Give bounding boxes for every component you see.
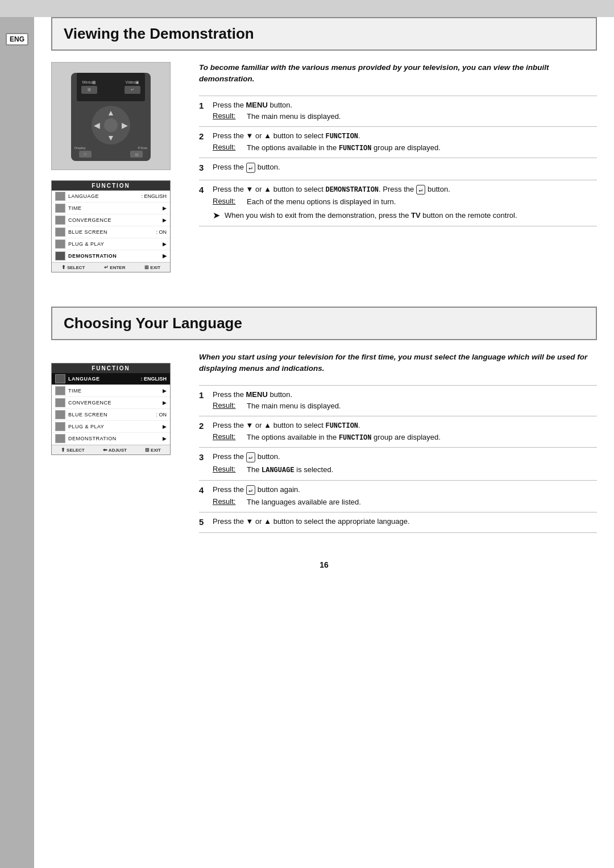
remote-bottom-labels: Display P.Size — [71, 146, 151, 150]
section2-heading: Choosing Your Language — [64, 315, 584, 332]
remote-bottom-btns: □ ⊡ — [71, 151, 151, 158]
s2-menu-row-time: TIME ▶ — [52, 385, 170, 397]
menu-title: FUNCTION — [52, 181, 170, 191]
menu-icon-demo — [55, 251, 65, 261]
main-content: Viewing the Demonstration Menu▦ ⊞ — [34, 17, 614, 580]
s2-step1-main: Press the MENU button. — [213, 390, 597, 399]
note-arrow-icon: ➤ — [213, 210, 220, 221]
s2-menu-label-plugplay: PLUG & PLAY — [68, 424, 163, 429]
s2-step3-result-label: Result: — [213, 465, 240, 473]
footer-exit: ⊞ EXIT — [144, 264, 160, 270]
s2-step2-row: 2 Press the ▼ or ▲ button to select FUNC… — [199, 416, 597, 448]
footer-exit-icon: ⊞ — [144, 264, 149, 270]
s2-menu-icon-language — [55, 374, 65, 383]
menu-icon-language — [55, 192, 65, 201]
remote-control-image: Menu▦ ⊞ Video▣ ↵ — [51, 62, 171, 170]
dpad-up-arrow: ▲ — [107, 108, 115, 117]
menu-arrow-plugplay: ▶ — [163, 241, 167, 247]
s2-menu-arrow-plugplay: ▶ — [163, 424, 167, 429]
s2-step5-content: Press the ▼ or ▲ button to select the ap… — [213, 512, 597, 533]
remote-dpad: ▲ ▼ ◀ ▶ — [92, 106, 130, 144]
s2-menu-title: FUNCTION — [52, 363, 170, 373]
s2-step2-num: 2 — [199, 416, 213, 448]
step4-note: ➤ When you wish to exit from the demonst… — [213, 210, 597, 221]
psize-btn-icon: ⊡ — [135, 152, 138, 156]
s2-step3-content: Press the ↵ button. Result: The LANGUAGE… — [213, 448, 597, 480]
s2-menu-icon-time — [55, 386, 65, 395]
step4-num: 4 — [199, 180, 213, 226]
footer-exit-label: EXIT — [150, 265, 160, 270]
s2-step4-num: 4 — [199, 480, 213, 512]
menu-icon-plugplay — [55, 239, 65, 249]
s2-menu-arrow-demo: ▶ — [163, 436, 167, 441]
s2-menu-arrow-time: ▶ — [163, 388, 167, 394]
video-btn-inner: ↵ — [131, 88, 134, 92]
menu-rows: LANGUAGE : ENGLISH TIME ▶ CONVERGENCE ▶ — [52, 191, 170, 262]
s2-step1-result-label: Result: — [213, 401, 240, 410]
s2-menu-label-convergence: CONVERGENCE — [68, 400, 163, 406]
menu-row-demo: DEMONSTRATION ▶ — [52, 250, 170, 262]
menu-value-bluescreen: : ON — [156, 229, 167, 235]
dpad-down-arrow: ▼ — [107, 133, 115, 142]
menu-icon-convergence — [55, 216, 65, 225]
section1-content: Menu▦ ⊞ Video▣ ↵ — [51, 51, 597, 290]
menu-value-language: : ENGLISH — [141, 193, 167, 199]
step3-num: 3 — [199, 158, 213, 180]
enter-key-icon1: ↵ — [246, 163, 256, 172]
menu-row-time: TIME ▶ — [52, 202, 170, 214]
section1-menu-image: FUNCTION LANGUAGE : ENGLISH TIME ▶ — [51, 180, 171, 272]
s2-menu-row-bluescreen: BLUE SCREEN : ON — [52, 409, 170, 421]
s2-step5-num: 5 — [199, 512, 213, 533]
step3-row: 3 Press the ↵ button. — [199, 158, 597, 180]
step2-content: Press the ▼ or ▲ button to select FUNCTI… — [213, 126, 597, 158]
menu-icon-time — [55, 204, 65, 213]
video-label: Video▣ — [126, 80, 140, 85]
s2-step2-result-label: Result: — [213, 432, 240, 441]
menu-icon-bluescreen — [55, 228, 65, 237]
s2-menu-label-demo: DEMONSTRATION — [68, 436, 163, 441]
menu-label-language: LANGUAGE — [68, 193, 141, 199]
step1-row: 1 Press the MENU button. Result: The mai… — [199, 96, 597, 126]
s2-menu-rows: LANGUAGE : ENGLISH TIME ▶ CONVERGENCE ▶ — [52, 373, 170, 445]
step1-main: Press the MENU button. — [213, 101, 597, 109]
step4-row: 4 Press the ▼ or ▲ button to select DEMO… — [199, 180, 597, 226]
s2-menu-row-convergence: CONVERGENCE ▶ — [52, 397, 170, 409]
s2-step3-num: 3 — [199, 448, 213, 480]
s2-menu-footer: ⬆ SELECT ⬅ ADJUST ⊞ EXIT — [52, 445, 170, 454]
s2-menu-icon-convergence — [55, 398, 65, 407]
footer-select-label: SELECT — [67, 265, 85, 270]
step3-content: Press the ↵ button. — [213, 158, 597, 180]
s2-step2-content: Press the ▼ or ▲ button to select FUNCTI… — [213, 416, 597, 448]
menu-label: Menu▦ — [82, 80, 97, 85]
s2-footer-exit: ⊞ EXIT — [145, 447, 161, 453]
s2-step4-result-label: Result: — [213, 497, 240, 506]
menu-label-convergence: CONVERGENCE — [68, 217, 163, 223]
s2-step3-result: Result: The LANGUAGE is selected. — [213, 465, 597, 476]
s2-step1-content: Press the MENU button. Result: The main … — [213, 385, 597, 416]
dpad-right-arrow: ▶ — [122, 121, 128, 130]
menu-label-demo: DEMONSTRATION — [68, 253, 163, 259]
s2-footer-adjust-label: ADJUST — [109, 448, 127, 453]
s2-enter-key-icon2: ↵ — [246, 485, 256, 495]
page: ENG Viewing the Demonstration Menu▦ ⊞ — [0, 17, 614, 868]
s2-menu-row-plugplay: PLUG & PLAY ▶ — [52, 421, 170, 433]
step4-result-text: Each of the menu options is displayed in… — [247, 197, 396, 207]
step2-result-text: The options available in the FUNCTION gr… — [247, 143, 441, 154]
step2-num: 2 — [199, 126, 213, 158]
footer-enter-label: ENTER — [110, 265, 125, 270]
menu-row-convergence: CONVERGENCE ▶ — [52, 214, 170, 226]
s2-step5-row: 5 Press the ▼ or ▲ button to select the … — [199, 512, 597, 533]
section1-image-panel: Menu▦ ⊞ Video▣ ↵ — [51, 62, 182, 272]
s2-step4-content: Press the ↵ button again. Result: The la… — [213, 480, 597, 512]
menu-label-plugplay: PLUG & PLAY — [68, 241, 163, 247]
section2-text-panel: When you start using your television for… — [199, 352, 597, 533]
section2-content: FUNCTION LANGUAGE : ENGLISH TIME ▶ — [51, 340, 597, 550]
s2-step1-result-text: The main menu is displayed. — [247, 401, 341, 411]
s2-menu-icon-bluescreen — [55, 410, 65, 419]
s2-menu-arrow-convergence: ▶ — [163, 400, 167, 406]
step3-main: Press the ↵ button. — [213, 163, 597, 172]
s2-menu-row-demo: DEMONSTRATION ▶ — [52, 433, 170, 445]
footer-enter: ↵ ENTER — [104, 264, 125, 270]
s2-step4-result-text: The languages available are listed. — [247, 497, 361, 507]
s2-footer-select: ⬆ SELECT — [61, 447, 85, 453]
